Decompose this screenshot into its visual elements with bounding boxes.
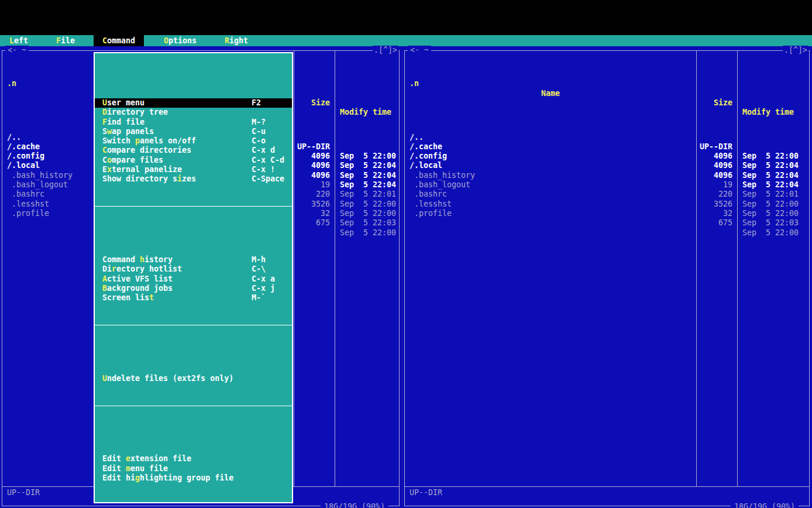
menubar-item-post: ile — [61, 36, 75, 45]
menu-item[interactable]: User menuF2 — [95, 98, 292, 108]
menu-item-shortcut: C-o — [252, 136, 266, 146]
menu-item-shortcut: C-x a — [252, 274, 275, 284]
mini-status: UP--DIR — [410, 488, 442, 497]
file-size: 32 — [696, 209, 737, 218]
menu-group: Undelete files (ext2fs only) — [95, 348, 292, 383]
menu-item[interactable]: Active VFS listC-x a — [95, 274, 292, 284]
right-panel: <- ~ .[^]> .n Name Size Modify time /.. … — [404, 50, 810, 506]
menu-item[interactable]: External panelizeC-x ! — [95, 165, 292, 174]
menu-item-post: hlighting group file — [140, 473, 233, 482]
file-row[interactable]: /.cache 4096 Sep 5 22:04 — [405, 133, 809, 142]
file-row[interactable]: .bash_history 19 Sep 5 22:01 — [405, 161, 809, 170]
file-row[interactable]: .lesshst 32 Sep 5 22:03 — [405, 190, 809, 199]
menu-item[interactable]: Command historyM-h — [95, 255, 292, 265]
column-header-name[interactable]: Name — [405, 89, 696, 98]
column-header-size[interactable]: Size — [294, 98, 335, 108]
file-row[interactable]: /.. UP--DIR Sep 5 22:00 — [405, 123, 809, 132]
menu-item-pre: Show directory s — [102, 174, 177, 183]
menu-item-hotkey: C — [102, 146, 107, 155]
menu-item-post: ompare directories — [107, 146, 191, 155]
menu-item-post: ap panels — [112, 127, 154, 136]
menu-item-hotkey: r — [112, 265, 116, 273]
menu-item-post: xtension file — [130, 454, 191, 463]
menu-item-post: irectory tree — [107, 108, 168, 116]
file-size: 675 — [696, 218, 737, 228]
menu-item-hotkey: m — [126, 464, 130, 473]
menu-item[interactable]: Show directory sizesC-Space — [95, 174, 292, 184]
menu-item-pre: Edit hi — [102, 473, 135, 482]
menu-item-pre: Command — [102, 255, 140, 264]
menu-item[interactable]: Edit highlighting group file — [95, 473, 292, 483]
menu-separator — [95, 202, 292, 211]
menu-item-hotkey: e — [126, 454, 130, 463]
menu-item-pre: Edit — [102, 464, 126, 473]
menu-item[interactable]: Edit extension file — [95, 454, 292, 464]
menu-item[interactable]: Find fileM-? — [95, 118, 292, 127]
menu-item-shortcut: M-? — [252, 118, 266, 127]
menu-item[interactable]: Screen listM-` — [95, 293, 292, 303]
menu-separator — [95, 401, 292, 410]
column-header-mtime[interactable]: Modify time — [737, 108, 809, 117]
menu-item-hotkey: i — [177, 174, 182, 183]
file-mtime: Sep 5 22:03 — [737, 218, 809, 228]
menu-item-hotkey: B — [102, 284, 107, 293]
menu-item-shortcut: C-Space — [252, 174, 284, 184]
column-header-mtime[interactable]: Modify time — [335, 108, 399, 117]
menu-separator — [95, 320, 292, 329]
menubar-item-post: eft — [14, 36, 28, 45]
mc-screen: LeftFileCommandOptionsRight <- ~ .[^]> .… — [0, 35, 812, 508]
file-row[interactable]: /.config 4096 Sep 5 22:04 — [405, 142, 809, 152]
command-dropdown-menu: User menuF2Directory treeFind fileM-?Swa… — [94, 52, 293, 503]
menu-item-pre: Edit — [102, 454, 126, 463]
menu-item[interactable]: Undelete files (ext2fs only) — [95, 374, 292, 383]
menu-item-hotkey: F — [102, 118, 107, 126]
menu-item[interactable]: Background jobsC-x j — [95, 284, 292, 293]
menu-item[interactable]: Switch panels on/offC-o — [95, 136, 292, 146]
menubar-item[interactable]: Command — [94, 35, 144, 46]
menu-item-pre: Di — [102, 265, 112, 273]
menu-item-hotkey: p — [135, 136, 140, 145]
menu-item-shortcut: F2 — [252, 98, 261, 108]
menubar-item[interactable]: Options — [155, 35, 205, 46]
menu-group: User menuF2Directory treeFind fileM-?Swa… — [95, 72, 292, 184]
menu-item[interactable]: Directory tree — [95, 108, 292, 117]
menu-item-post: enu file — [130, 464, 168, 473]
menubar-item[interactable]: File — [47, 35, 84, 46]
menu-item[interactable]: Edit menu file — [95, 464, 292, 473]
file-mtime: Sep 5 22:00 — [737, 209, 809, 218]
menu-item-hotkey: A — [102, 274, 107, 283]
file-row[interactable]: /.local 4096 Sep 5 22:04 — [405, 152, 809, 161]
file-mtime: Sep 5 22:00 — [737, 228, 809, 238]
sort-indicator: .n — [7, 79, 16, 88]
menu-item-pre: Screen lis — [102, 293, 149, 302]
mini-status: UP--DIR — [7, 488, 40, 497]
menu-item-hotkey: o — [107, 156, 112, 164]
menu-item-shortcut: C-x C-d — [252, 156, 284, 165]
menu-group: Command historyM-hDirectory hotlistC-\Ac… — [95, 229, 292, 303]
menu-item-pre: S — [102, 127, 107, 136]
menu-item[interactable]: Compare filesC-x C-d — [95, 156, 292, 165]
file-row[interactable]: .bashrc 3526 Sep 5 22:00 — [405, 180, 809, 190]
file-row[interactable]: .bash_logout 220 Sep 5 22:00 — [405, 171, 809, 180]
mini-status-separator — [405, 486, 809, 487]
menu-item-shortcut: M-` — [252, 293, 266, 303]
menu-item-hotkey: t — [149, 293, 154, 302]
menubar-item[interactable]: Left — [1, 35, 37, 46]
menu-item[interactable]: Compare directoriesC-x d — [95, 146, 292, 155]
file-row[interactable]: .profile 675 Sep 5 22:00 — [405, 200, 809, 209]
menu-item[interactable]: Swap panelsC-u — [95, 127, 292, 136]
menu-item-post: mpare files — [112, 156, 163, 164]
file-name: .profile — [405, 209, 696, 218]
menu-item-pre: C — [102, 156, 107, 164]
menu-item-shortcut: C-x d — [252, 146, 275, 155]
menu-item-hotkey: h — [140, 255, 144, 264]
column-header-size[interactable]: Size — [696, 98, 737, 108]
column-header-row: .n Name Size Modify time — [405, 70, 809, 79]
menu-item-shortcut: C-x j — [252, 284, 275, 293]
menu-bar: LeftFileCommandOptionsRight — [0, 35, 812, 46]
menu-item[interactable]: Directory hotlistC-\ — [95, 265, 292, 274]
file-size: 32 — [294, 209, 335, 218]
free-space-indicator: 18G/19G (90%) — [731, 502, 799, 508]
menubar-item[interactable]: Right — [216, 35, 257, 46]
menu-item-hotkey: U — [102, 98, 107, 107]
